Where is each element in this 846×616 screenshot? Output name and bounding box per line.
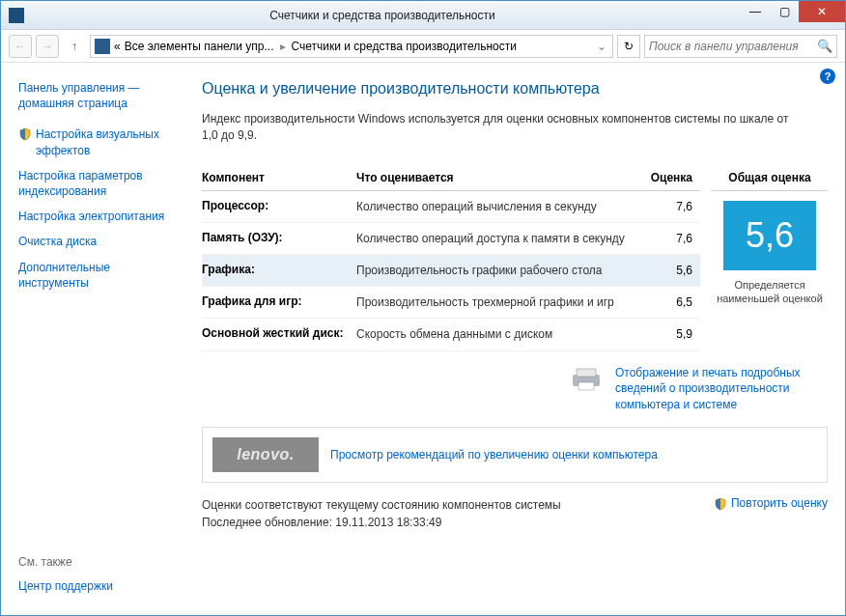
- header-overall: Общая оценка: [712, 171, 828, 191]
- recommendations-link[interactable]: Просмотр рекомендаций по увеличению оцен…: [330, 447, 658, 463]
- titlebar: Счетчики и средства производительности —…: [1, 1, 845, 30]
- header-description: Что оценивается: [356, 171, 633, 184]
- up-button[interactable]: ↑: [63, 35, 86, 58]
- row-score: 5,9: [633, 327, 700, 341]
- window-title: Счетчики и средства производительности: [24, 9, 741, 22]
- sidebar-item-indexing[interactable]: Настройка параметров индексирования: [18, 168, 183, 199]
- rerun-link[interactable]: Повторить оценку: [714, 496, 828, 511]
- close-button[interactable]: ✕: [799, 1, 845, 22]
- help-icon[interactable]: ?: [820, 69, 835, 84]
- table-row: Графика: Производительность графики рабо…: [202, 255, 700, 287]
- shield-icon: [18, 127, 32, 141]
- search-box[interactable]: 🔍: [644, 35, 837, 58]
- header-component: Компонент: [202, 171, 356, 184]
- intro-text: Индекс производительности Windows исполь…: [202, 111, 801, 144]
- table-row: Память (ОЗУ): Количество операций доступ…: [202, 223, 700, 255]
- row-component: Основной жесткий диск:: [202, 326, 356, 340]
- status-line2: Последнее обновление: 19.11.2013 18:33:4…: [202, 514, 561, 531]
- overall-caption: Определяется наименьшей оценкой: [712, 278, 828, 306]
- page-heading: Оценка и увеличение производительности к…: [202, 80, 828, 98]
- minimize-button[interactable]: —: [741, 1, 770, 22]
- overall-score: 5,6: [723, 201, 816, 270]
- breadcrumb[interactable]: « Все элементы панели упр... ▸ Счетчики …: [90, 35, 613, 58]
- svg-rect-1: [577, 369, 596, 377]
- sidebar-item-visual-effects[interactable]: Настройка визуальных эффектов: [36, 126, 183, 157]
- status-text: Оценки соответствуют текущему состоянию …: [202, 496, 561, 531]
- row-component: Графика для игр:: [202, 294, 356, 308]
- sidebar-item-power[interactable]: Настройка электропитания: [18, 209, 183, 224]
- rerun-label: Повторить оценку: [731, 496, 828, 510]
- row-description: Скорость обмена данными с диском: [356, 326, 633, 342]
- shield-icon: [714, 497, 727, 511]
- sidebar-home-link[interactable]: Панель управления — домашняя страница: [18, 80, 183, 111]
- sidebar-item-advanced-tools[interactable]: Дополнительные инструменты: [18, 260, 183, 291]
- see-also-label: См. также: [18, 555, 183, 569]
- maximize-button[interactable]: ▢: [770, 1, 799, 22]
- main-content: ? Оценка и увеличение производительности…: [194, 63, 845, 615]
- svg-rect-2: [578, 382, 594, 390]
- breadcrumb-prefix: «: [114, 40, 121, 53]
- location-icon: [95, 39, 110, 54]
- sidebar-support-link[interactable]: Центр поддержки: [18, 578, 183, 594]
- table-row: Процессор: Количество операций вычислени…: [202, 191, 700, 223]
- sidebar-item-disk-cleanup[interactable]: Очистка диска: [18, 234, 183, 249]
- row-score: 5,6: [633, 264, 700, 277]
- refresh-button[interactable]: ↻: [617, 35, 640, 58]
- search-input[interactable]: [649, 40, 817, 53]
- sidebar: Панель управления — домашняя страница На…: [1, 63, 194, 615]
- row-score: 7,6: [633, 200, 700, 213]
- score-table: Компонент Что оценивается Оценка Процесс…: [202, 171, 700, 351]
- row-score: 6,5: [633, 295, 700, 309]
- row-component: Процессор:: [202, 199, 356, 212]
- app-icon: [9, 8, 24, 23]
- search-icon[interactable]: 🔍: [817, 39, 832, 53]
- table-row: Основной жесткий диск: Скорость обмена д…: [202, 319, 700, 350]
- row-component: Графика:: [202, 263, 356, 276]
- breadcrumb-current[interactable]: Счетчики и средства производительности: [292, 40, 517, 53]
- printer-icon: [567, 365, 606, 392]
- forward-button[interactable]: →: [36, 35, 59, 58]
- status-line1: Оценки соответствуют текущему состоянию …: [202, 496, 561, 514]
- row-description: Производительность трехмерной графики и …: [356, 294, 633, 310]
- row-description: Производительность графики рабочего стол…: [356, 263, 633, 278]
- detail-print-link[interactable]: Отображение и печать подробных сведений …: [615, 365, 828, 413]
- row-component: Память (ОЗУ):: [202, 231, 356, 244]
- header-score: Оценка: [633, 171, 700, 184]
- lenovo-logo: lenovo.: [212, 437, 319, 472]
- navbar: ← → ↑ « Все элементы панели упр... ▸ Сче…: [1, 30, 845, 63]
- row-description: Количество операций доступа к памяти в с…: [356, 231, 633, 246]
- recommendations-box: lenovo. Просмотр рекомендаций по увеличе…: [202, 427, 828, 483]
- chevron-down-icon[interactable]: ⌄: [595, 40, 608, 53]
- back-button[interactable]: ←: [9, 35, 32, 58]
- chevron-right-icon: ▸: [278, 40, 288, 53]
- row-score: 7,6: [633, 232, 700, 245]
- row-description: Количество операций вычисления в секунду: [356, 199, 633, 214]
- breadcrumb-parent[interactable]: Все элементы панели упр...: [125, 40, 274, 53]
- table-row: Графика для игр: Производительность трех…: [202, 287, 700, 319]
